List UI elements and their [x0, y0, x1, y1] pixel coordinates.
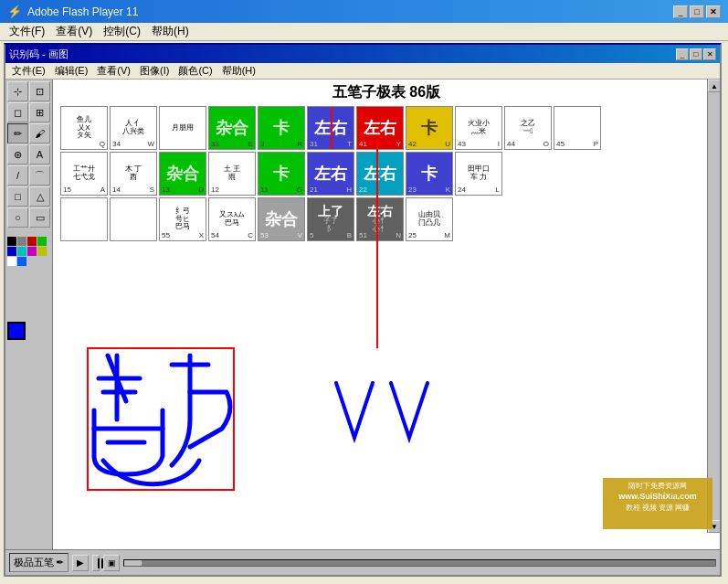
color-green[interactable]: [37, 237, 47, 246]
key-B[interactable]: 上了 子了阝 5 B: [307, 197, 354, 241]
tool-brush[interactable]: 🖌: [29, 123, 50, 143]
play-button[interactable]: ▶: [72, 555, 89, 571]
tool-curve[interactable]: ⌒: [29, 165, 50, 186]
toolbar-row-1: ⊹ ⊡: [7, 81, 50, 101]
color-yellow[interactable]: [37, 247, 47, 256]
inner-restore-button[interactable]: □: [690, 48, 702, 60]
inner-menu-view[interactable]: 查看(V): [92, 63, 135, 79]
key-C[interactable]: 又スλム巴马 54 C: [208, 197, 256, 241]
scrollbar-right[interactable]: ▲ ▼: [707, 80, 720, 533]
fg-color[interactable]: [7, 322, 26, 340]
inner-close-button[interactable]: ✕: [703, 48, 716, 60]
tool-spray[interactable]: ⊛: [7, 144, 28, 165]
red-line-T: [331, 107, 332, 149]
app-name-bar: 极品五笔 ✒: [9, 553, 69, 572]
inner-menu-color[interactable]: 颜色(C): [174, 63, 216, 79]
tool-pencil[interactable]: ✏: [7, 123, 28, 143]
color-palette: [7, 237, 50, 266]
outer-menu-bar: 文件(F) 查看(V) 控制(C) 帮助(H): [0, 23, 728, 41]
tool-line[interactable]: /: [7, 165, 28, 186]
toolbar-row-3: ✏ 🖌: [7, 123, 50, 143]
frame-button[interactable]: ▣: [103, 555, 120, 571]
key-D[interactable]: 杂合 13 D: [159, 152, 206, 196]
tool-poly[interactable]: △: [29, 186, 50, 207]
key-H[interactable]: 左右 21 H: [307, 152, 354, 196]
tool-fill[interactable]: ⊞: [29, 102, 50, 122]
progress-fill: [124, 560, 142, 566]
canvas-area[interactable]: 五笔子极表 86版 鱼儿乂Xタ矢 Q 人 亻八兴类 34 W: [53, 80, 720, 558]
close-button[interactable]: ✕: [706, 5, 721, 18]
inner-window: 识别码 - 画图 _ □ ✕ 文件(E) 编辑(E) 查看(V) 图像(I) 颜…: [4, 43, 722, 577]
toolbar-row-6: □ △: [7, 186, 50, 207]
tool-rect[interactable]: □: [7, 186, 28, 207]
key-V[interactable]: 杂合 53 V: [258, 197, 305, 241]
color-gray[interactable]: [17, 237, 26, 246]
menu-help[interactable]: 帮助(H): [146, 22, 195, 41]
menu-file[interactable]: 文件(F): [4, 22, 50, 41]
maximize-button[interactable]: □: [690, 5, 704, 18]
app-name: 极品五笔: [14, 556, 54, 569]
inner-title-text: 识别码 - 画图: [9, 48, 676, 61]
key-U[interactable]: 卡 42 U: [406, 106, 453, 150]
watermark-line1: 随时下免费资源网: [606, 481, 710, 491]
key-S[interactable]: 木 丁西 14 S: [110, 152, 157, 196]
color-black[interactable]: [7, 237, 16, 246]
inner-menu-edit[interactable]: 编辑(E): [50, 63, 93, 79]
key-K[interactable]: 卡 23 K: [406, 152, 453, 196]
watermark-line2: www.SuiShiXia.com: [606, 491, 710, 503]
key-I[interactable]: 火业小灬米 43 I: [455, 106, 502, 150]
color-white[interactable]: [7, 257, 16, 266]
keyboard-layout: 五笔子极表 86版 鱼儿乂Xタ矢 Q 人 亻八兴类 34 W: [53, 80, 720, 241]
key-X[interactable]: 纟弓号ヒ巴马 55 X: [159, 197, 206, 241]
color-magenta[interactable]: [27, 247, 37, 256]
color-dkblue[interactable]: [17, 257, 26, 266]
toolbar: ⊹ ⊡ ◻ ⊞ ✏ 🖌 ⊛ A / ⌒: [5, 80, 53, 558]
tool-ellipse[interactable]: ○: [7, 207, 28, 228]
tool-rrect[interactable]: ▭: [29, 207, 50, 228]
key-T[interactable]: 左右 31 T: [307, 106, 354, 150]
key-R[interactable]: 卡 3 R: [258, 106, 305, 150]
watermark-line3: 教程 视频 资源 网赚: [606, 503, 710, 513]
tool-text[interactable]: A: [29, 144, 50, 165]
key-E-base[interactable]: 月朋用: [159, 106, 206, 150]
inner-menu-image[interactable]: 图像(I): [135, 63, 174, 79]
minimize-button[interactable]: _: [673, 5, 688, 18]
toolbar-row-2: ◻ ⊞: [7, 102, 50, 122]
bottom-bar: 极品五笔 ✒ ▶ ⏸ ▣: [5, 549, 720, 575]
tool-select[interactable]: ⊹: [7, 81, 28, 101]
tool-select2[interactable]: ⊡: [29, 81, 50, 101]
key-A[interactable]: 工艹廾七弋戈 15 A: [60, 152, 108, 196]
stop-button[interactable]: ⏸: [92, 555, 100, 571]
title-bar-buttons: _ □ ✕: [673, 5, 721, 18]
progress-bar[interactable]: [123, 559, 716, 567]
inner-menu-file[interactable]: 文件(E): [7, 63, 50, 79]
key-J[interactable]: 左右 22: [356, 152, 404, 196]
key-F[interactable]: 土 王雨 12: [208, 152, 256, 196]
key-blank1: [60, 197, 108, 241]
key-Y[interactable]: 左右 41 Y: [356, 106, 404, 150]
foreground-color-box: [7, 322, 50, 340]
inner-title-buttons: _ □ ✕: [676, 48, 716, 60]
inner-menu-help[interactable]: 帮助(H): [217, 63, 260, 79]
menu-view[interactable]: 查看(V): [50, 22, 98, 41]
color-cyan[interactable]: [17, 247, 26, 256]
menu-control[interactable]: 控制(C): [98, 22, 146, 41]
tool-eraser[interactable]: ◻: [7, 102, 28, 122]
key-L[interactable]: 田甲口车 力 24 L: [455, 152, 502, 196]
key-P[interactable]: 45 P: [554, 106, 601, 150]
title-bar-text: Adobe Flash Player 11: [27, 5, 673, 18]
key-row-1: 鱼儿乂Xタ矢 Q 人 亻八兴类 34 W 月朋用: [60, 106, 712, 150]
main-content: ⊹ ⊡ ◻ ⊞ ✏ 🖌 ⊛ A / ⌒: [5, 80, 720, 558]
scroll-up-button[interactable]: ▲: [708, 80, 720, 92]
color-red[interactable]: [27, 237, 37, 246]
inner-minimize-button[interactable]: _: [676, 48, 689, 60]
key-M[interactable]: 山由贝门凸几 25 M: [406, 197, 453, 241]
key-W[interactable]: 人 亻八兴类 34 W: [110, 106, 157, 150]
key-O[interactable]: 之乙一𠃌 44 O: [504, 106, 552, 150]
key-E[interactable]: 杂合 33 E: [208, 106, 256, 150]
color-blue[interactable]: [7, 247, 16, 256]
key-N[interactable]: 左右 心忄心忄 51 N: [356, 197, 404, 241]
key-G[interactable]: 卡 11 G: [258, 152, 305, 196]
toolbar-row-7: ○ ▭: [7, 207, 50, 228]
key-Q[interactable]: 鱼儿乂Xタ矢 Q: [60, 106, 108, 150]
